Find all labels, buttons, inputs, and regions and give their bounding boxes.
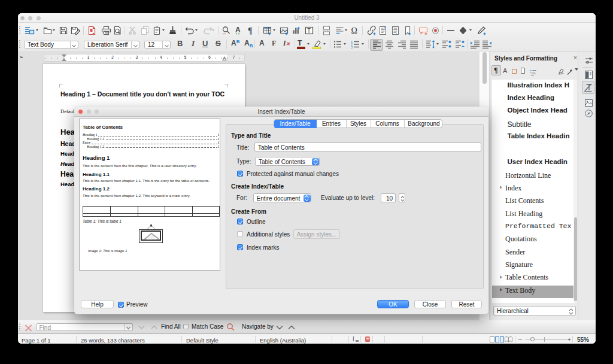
svg-text:¶: ¶: [248, 26, 253, 35]
svg-text:A: A: [235, 26, 241, 34]
svg-text:Ω: Ω: [351, 26, 357, 35]
svg-text:i: i: [396, 32, 397, 35]
svg-text:T: T: [307, 28, 311, 34]
svg-text:3: 3: [351, 46, 353, 49]
